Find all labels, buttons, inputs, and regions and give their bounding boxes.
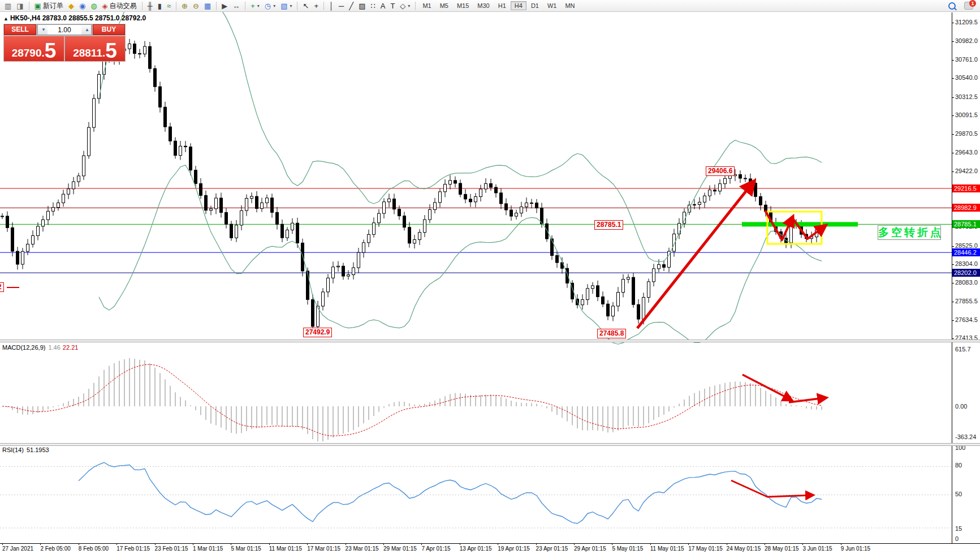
- toolbar-separator: [216, 2, 217, 10]
- time-axis-label: 29 Mar 01:15: [383, 546, 417, 552]
- timeframe-m30-button[interactable]: M30: [473, 1, 493, 10]
- price-label-leader: [7, 287, 19, 288]
- buy-price-display[interactable]: 28811.5: [65, 36, 125, 61]
- templates-icon[interactable]: ▧▾: [278, 1, 294, 11]
- price-axis-tick: 28304.0: [955, 260, 978, 267]
- signals-icon[interactable]: ◍: [88, 1, 99, 11]
- candlestick-chart-icon: ▮: [158, 2, 162, 10]
- price-badge-28446.2: 28446.2: [952, 248, 980, 256]
- templates-icon: ▧: [280, 2, 287, 10]
- indicators-icon: +: [251, 2, 255, 10]
- price-label-27485.8[interactable]: 27485.8: [597, 329, 626, 338]
- notification-badge: 1: [969, 0, 976, 7]
- time-axis-label: 23 Apr 01:15: [536, 546, 568, 552]
- periods-icon[interactable]: ◷▾: [262, 1, 278, 11]
- rsi-axis-label: 15: [955, 525, 962, 532]
- sell-button[interactable]: SELL: [4, 24, 36, 35]
- chart-ohlc-title[interactable]: ▲HK50-,H4 28783.0 28855.5 28751.0 28792.…: [3, 14, 146, 22]
- arrows-dropdown-icon[interactable]: ▾: [408, 3, 410, 8]
- rsi-splitter[interactable]: [0, 443, 980, 446]
- price-axis-tick: 30761.0: [955, 56, 978, 63]
- time-axis[interactable]: 27 Jan 20212 Feb 05:008 Feb 05:0017 Feb …: [0, 543, 980, 554]
- sell-price-display[interactable]: 28790.5: [4, 36, 64, 61]
- timeframe-h1-button[interactable]: H1: [494, 1, 510, 10]
- price-axis-tick: 28525.0: [955, 242, 978, 249]
- time-axis-label: 27 Jan 2021: [2, 546, 33, 552]
- price-label-28785.1[interactable]: 28785.1: [594, 220, 623, 230]
- cursor-icon[interactable]: ↖: [300, 1, 311, 11]
- timeframe-m1-button[interactable]: M1: [418, 1, 435, 10]
- channels-icon[interactable]: ▨: [356, 1, 368, 11]
- tile-windows-icon[interactable]: ▦: [202, 1, 213, 11]
- fibonacci-icon[interactable]: ∷: [368, 1, 377, 11]
- chart-shift-icon[interactable]: ↔: [230, 1, 242, 11]
- horizontal-line-icon: ─: [339, 2, 344, 10]
- collapse-panel-icon[interactable]: ▲: [3, 16, 8, 22]
- line-chart-icon[interactable]: ≈: [165, 1, 173, 11]
- tile-windows-icon: ▦: [204, 2, 211, 10]
- timeframe-m15-button[interactable]: M15: [453, 1, 473, 10]
- toolbar-separator: [323, 2, 324, 10]
- timeframe-d1-button[interactable]: D1: [527, 1, 543, 10]
- zoom-out-icon[interactable]: ⊖: [191, 1, 201, 11]
- price-label-2[interactable]: 2: [0, 282, 4, 292]
- time-axis-label: 29 Apr 01:15: [574, 546, 606, 552]
- templates-dropdown-icon[interactable]: ▾: [290, 3, 292, 8]
- timeframe-w1-button[interactable]: W1: [543, 1, 561, 10]
- crosshair-icon[interactable]: +: [312, 1, 321, 11]
- time-axis-label: 11 May 01:15: [650, 546, 684, 552]
- candlestick-chart-icon[interactable]: ▮: [156, 1, 164, 11]
- expert-advisors-icon: ◆: [68, 2, 74, 10]
- market-icon[interactable]: ◉: [77, 1, 88, 11]
- macd-indicator-label: MACD(12,26,9)1.4622.21: [2, 344, 78, 351]
- volume-input[interactable]: [48, 25, 81, 35]
- horizontal-line-icon[interactable]: ─: [336, 1, 346, 11]
- bar-chart-icon[interactable]: ╫: [145, 1, 155, 11]
- buy-button[interactable]: BUY: [93, 24, 125, 35]
- rsi-axis-label: 0: [955, 535, 959, 542]
- vertical-line-icon[interactable]: │: [327, 1, 336, 11]
- price-badge-28785.1: 28785.1: [952, 220, 980, 228]
- new-chart-icon[interactable]: ▥: [2, 1, 14, 11]
- trendline-icon[interactable]: ╱: [347, 1, 356, 11]
- vertical-line-icon: │: [329, 2, 334, 10]
- macd-splitter[interactable]: [0, 340, 980, 342]
- volume-increase-button[interactable]: ▲: [81, 25, 91, 35]
- time-axis-label: 5 Mar 01:15: [231, 546, 261, 552]
- auto-trading-icon: ◈: [102, 2, 108, 10]
- chart-canvas[interactable]: [0, 0, 980, 554]
- text-icon[interactable]: A: [378, 1, 388, 11]
- auto-scroll-icon[interactable]: ▶: [219, 1, 230, 11]
- text-label-icon[interactable]: T: [388, 1, 397, 11]
- expert-advisors-icon[interactable]: ◆: [66, 1, 76, 11]
- toolbar-separator: [297, 2, 297, 10]
- time-axis-label: 9 Jun 01:15: [841, 546, 870, 552]
- chart-profiles-icon[interactable]: ◨: [14, 1, 25, 11]
- new-order-button[interactable]: ▣新订单: [32, 0, 66, 12]
- price-label-27492.9[interactable]: 27492.9: [303, 328, 332, 337]
- line-chart-icon: ≈: [167, 2, 171, 10]
- timeframe-mn-button[interactable]: MN: [561, 1, 578, 10]
- timeframe-m5-button[interactable]: M5: [436, 1, 452, 10]
- rsi-layer: [0, 462, 952, 528]
- bull-bear-pivot-annotation[interactable]: 多空转折点: [878, 225, 941, 240]
- price-label-29406.6[interactable]: 29406.6: [706, 166, 735, 176]
- periods-dropdown-icon[interactable]: ▾: [273, 3, 275, 8]
- volume-decrease-button[interactable]: ▼: [38, 25, 48, 35]
- cursor-icon: ↖: [303, 2, 309, 10]
- time-axis-label: 1 Mar 01:15: [193, 546, 223, 552]
- timeframe-h4-button[interactable]: H4: [511, 1, 526, 10]
- auto-trading-button[interactable]: ◈自动交易: [100, 0, 139, 12]
- search-icon[interactable]: [948, 2, 956, 10]
- indicators-dropdown-icon[interactable]: ▾: [257, 3, 260, 8]
- price-axis-tick: 29422.0: [955, 168, 978, 174]
- indicators-icon[interactable]: +▾: [248, 1, 262, 11]
- time-axis-label: 8 Feb 05:00: [79, 546, 109, 552]
- notifications-icon[interactable]: 1: [964, 2, 973, 10]
- zoom-in-icon[interactable]: ⊕: [179, 1, 190, 11]
- toolbar-separator: [245, 2, 245, 10]
- arrows-icon[interactable]: ◇▾: [398, 1, 412, 11]
- time-axis-label: 13 Apr 01:15: [460, 546, 492, 552]
- price-axis-tick: 27855.5: [955, 298, 978, 304]
- chart-profiles-icon: ◨: [16, 2, 23, 10]
